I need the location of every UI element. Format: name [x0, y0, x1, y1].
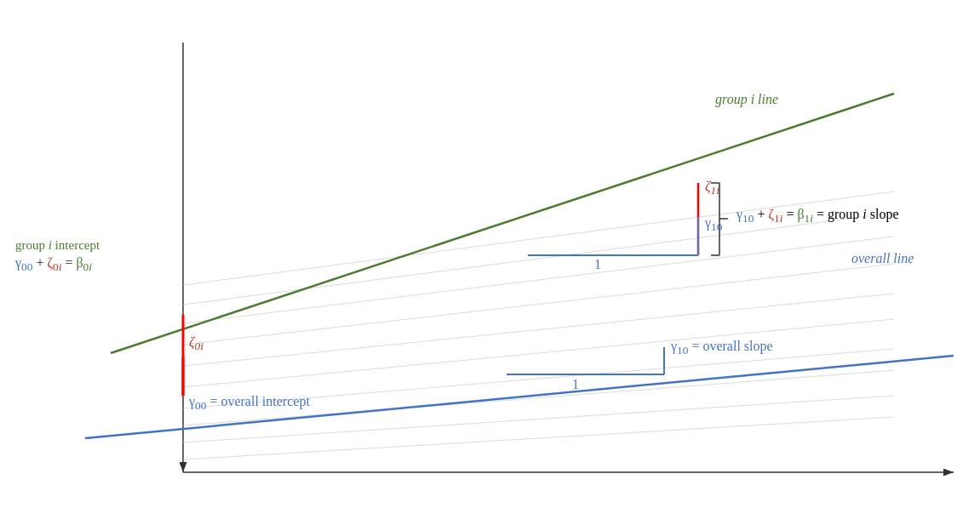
group-i-intercept-label: group i intercept: [15, 238, 100, 253]
svg-line-10: [183, 237, 894, 323]
gamma10-upper-label: γ10: [705, 215, 722, 234]
slope-eq-label: γ10 + ζ1i = β1i = group i slope: [736, 207, 899, 225]
svg-line-3: [183, 417, 894, 459]
gamma00-overall-intercept-label: γ00 = overall intercept: [189, 394, 310, 413]
svg-line-12: [183, 191, 894, 285]
one-lower-label: 1: [572, 377, 579, 392]
gamma00-zeta0i-eq-label: γ00 + ζ0i = β0i: [15, 255, 92, 274]
overall-line-label: overall line: [851, 251, 914, 266]
chart-container: group i line overall line group i interc…: [0, 0, 980, 508]
svg-line-11: [183, 213, 894, 305]
gamma10-overall-label: γ10 = overall slope: [671, 339, 773, 357]
diagram-svg: [0, 0, 980, 508]
one-upper-label: 1: [594, 257, 601, 272]
zeta0i-label: ζ0i: [189, 334, 203, 353]
zeta1i-label: ζ1i: [705, 179, 719, 197]
group-i-line-label: group i line: [715, 92, 778, 107]
